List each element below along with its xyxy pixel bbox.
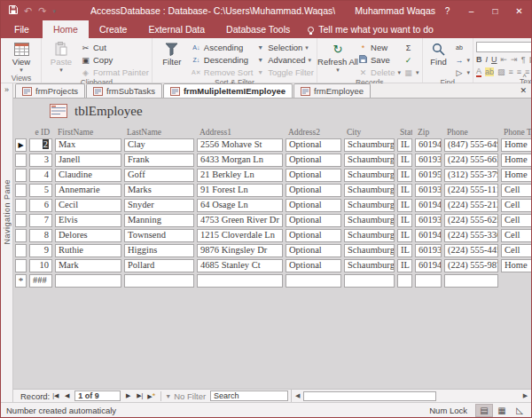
table-cell[interactable]: (224) 555-2123 xyxy=(444,199,498,212)
doc-tab-frmMulipleItemIEmployee[interactable]: frmMulipleItemIEmployee xyxy=(163,83,293,98)
maximize-button[interactable]: □ xyxy=(483,1,507,20)
table-cell[interactable]: Delores xyxy=(55,229,121,242)
tab-external-data[interactable]: External Data xyxy=(137,20,215,38)
table-cell[interactable]: (224) 555-1111 xyxy=(444,184,498,197)
table-cell[interactable]: 91 Forest Ln xyxy=(197,184,283,197)
table-cell[interactable]: Cell xyxy=(501,184,531,197)
customize-qat-icon[interactable]: ▾ xyxy=(52,8,56,14)
table-cell[interactable]: Schaumburg xyxy=(344,229,395,242)
table-cell[interactable] xyxy=(397,274,412,288)
increase-indent-icon[interactable]: ⇥ xyxy=(511,55,518,64)
row-selector[interactable] xyxy=(15,244,27,257)
selection-button[interactable]: ▼ Selection ▾ xyxy=(255,42,314,53)
table-cell-id[interactable]: 7 xyxy=(29,214,52,227)
totals-button[interactable]: Σ xyxy=(403,42,419,53)
table-cell[interactable]: 9876 Kingsley Dr xyxy=(197,244,283,257)
scroll-right-icon[interactable]: ▶ xyxy=(520,392,531,399)
table-cell[interactable]: Home xyxy=(501,154,531,167)
table-cell[interactable] xyxy=(344,274,395,288)
tab-database-tools[interactable]: Database Tools xyxy=(215,20,301,38)
row-selector[interactable] xyxy=(15,214,27,227)
new-record-button[interactable]: * New xyxy=(358,42,401,53)
table-cell[interactable] xyxy=(415,274,442,288)
table-cell[interactable]: Schaumburg xyxy=(344,214,395,227)
table-cell[interactable]: Higgins xyxy=(124,244,194,257)
expand-nav-pane-icon[interactable]: » xyxy=(4,85,9,94)
table-cell[interactable]: Cecil xyxy=(55,199,121,212)
ascending-button[interactable]: A↓ Ascending xyxy=(192,42,253,53)
table-cell[interactable]: Home xyxy=(501,138,531,152)
table-cell[interactable]: Goff xyxy=(124,169,194,182)
replace-button[interactable]: ab xyxy=(455,42,471,53)
table-cell[interactable] xyxy=(55,274,121,288)
table-cell-id[interactable]: 8 xyxy=(29,229,52,242)
record-position[interactable]: 1 of 9 xyxy=(74,390,121,401)
table-cell[interactable]: IL xyxy=(397,259,412,272)
table-cell[interactable]: Snyder xyxy=(124,199,194,212)
table-cell[interactable]: 6433 Morgan Ln xyxy=(197,154,283,167)
italic-icon[interactable]: I xyxy=(486,55,489,64)
tell-me-box[interactable]: Tell me what you want to do xyxy=(308,20,434,38)
filter-indicator[interactable]: ▼ No Filter xyxy=(165,391,206,401)
goto-button[interactable]: →▾ xyxy=(455,54,471,66)
account-name[interactable]: Muhammad Waqas xyxy=(355,5,435,16)
next-record-icon[interactable]: ▶ xyxy=(122,392,134,399)
table-cell[interactable]: Townsend xyxy=(124,229,194,242)
table-cell[interactable]: Cell xyxy=(501,214,531,227)
filter-button[interactable]: Filter xyxy=(155,39,189,78)
table-cell-id[interactable]: 5 xyxy=(29,184,52,197)
table-cell[interactable]: Pollard xyxy=(124,259,194,272)
table-cell[interactable]: (224) 555-6631 xyxy=(444,154,498,167)
table-cell[interactable] xyxy=(197,274,283,288)
table-cell[interactable]: Annemarie xyxy=(55,184,121,197)
table-cell[interactable]: IL xyxy=(397,199,412,212)
table-cell[interactable]: Optional xyxy=(286,154,341,167)
table-cell[interactable]: Schaumburg xyxy=(344,259,395,272)
table-cell[interactable]: 4685 Stanley Ct xyxy=(197,259,283,272)
table-cell[interactable]: 21 Berkley Ln xyxy=(197,169,283,182)
table-cell[interactable]: IL xyxy=(397,244,412,257)
row-selector[interactable] xyxy=(15,169,27,182)
doc-tab-frmProjects[interactable]: frmProjects xyxy=(15,83,85,98)
bold-icon[interactable]: B xyxy=(476,55,482,64)
table-cell[interactable]: 60193 xyxy=(415,184,442,197)
table-cell[interactable]: IL xyxy=(397,184,412,197)
table-cell[interactable] xyxy=(286,274,341,288)
row-selector[interactable] xyxy=(15,259,27,272)
align-left-icon[interactable]: ≡ xyxy=(509,67,513,76)
table-cell[interactable]: Optional xyxy=(286,229,341,242)
last-record-icon[interactable]: ▶| xyxy=(134,392,145,399)
table-cell[interactable]: Optional xyxy=(286,138,341,152)
table-cell[interactable]: 60193 xyxy=(415,214,442,227)
help-button[interactable]: ? xyxy=(435,1,459,20)
table-cell[interactable]: (224) 555-3366 xyxy=(444,229,498,242)
table-cell-id[interactable]: 6 xyxy=(29,199,52,212)
remove-sort-button[interactable]: A✕ Remove Sort xyxy=(192,67,253,78)
view-button[interactable]: View ▾ xyxy=(4,39,38,74)
table-cell[interactable] xyxy=(124,274,194,288)
doc-tab-frmSubTasks[interactable]: frmSubTasks xyxy=(86,83,162,98)
font-color-icon[interactable]: A xyxy=(476,67,481,77)
paste-button[interactable]: Paste ▾ xyxy=(44,39,78,78)
layout-view-icon[interactable]: ◺ xyxy=(511,404,528,417)
form-view-icon[interactable]: ▤ xyxy=(475,404,493,417)
table-cell[interactable]: IL xyxy=(397,154,412,167)
table-cell[interactable]: 60194 xyxy=(415,138,442,152)
toggle-filter-button[interactable]: ▼ Toggle Filter xyxy=(255,67,314,78)
table-cell[interactable]: 64 Osage Ln xyxy=(197,199,283,212)
collapse-ribbon-icon[interactable]: ˄ xyxy=(522,72,527,80)
table-cell[interactable]: (224) 555-9876 xyxy=(444,259,498,272)
table-cell[interactable]: Optional xyxy=(286,184,341,197)
new-blank-record-icon[interactable]: ▶* xyxy=(145,391,157,400)
table-cell[interactable]: (224) 555-6255 xyxy=(444,214,498,227)
table-cell[interactable]: 60193 xyxy=(415,244,442,257)
doc-tab-frmEmployee[interactable]: frmEmployee xyxy=(293,83,371,98)
search-input[interactable] xyxy=(210,390,288,401)
datasheet-view-icon[interactable]: ▦ xyxy=(493,404,511,417)
table-cell[interactable]: Ruthie xyxy=(55,244,121,257)
table-cell[interactable]: Cell xyxy=(501,229,531,242)
gridlines-icon[interactable]: ▦ xyxy=(528,55,532,64)
row-selector[interactable] xyxy=(15,154,27,167)
copy-button[interactable]: ▣ Copy xyxy=(81,54,149,66)
table-cell[interactable]: Janell xyxy=(55,154,121,167)
